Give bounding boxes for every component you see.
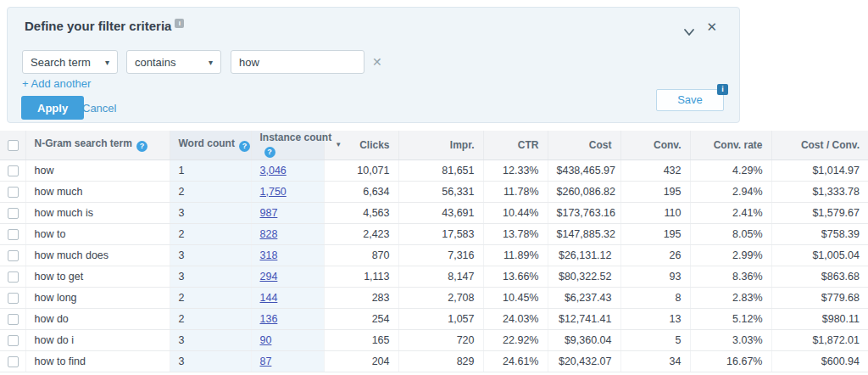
cell-conv: 34: [620, 350, 690, 372]
cell-value: how to find: [35, 355, 86, 367]
instance-count-link[interactable]: 3,046: [260, 165, 287, 176]
cell-value: $980.11: [822, 313, 860, 325]
cell-instance_count: 1,750: [251, 181, 324, 202]
cell-value: $1,333.78: [812, 186, 860, 198]
cell-cost: $12,741.41: [548, 308, 620, 329]
cell-value: 4.29%: [732, 165, 762, 176]
cell-impr: 43,691: [398, 202, 483, 223]
cell-value: $9,360.04: [565, 334, 612, 346]
cell-word_count: 3: [170, 266, 251, 287]
column-header-word_count[interactable]: Word count?: [170, 131, 251, 160]
close-icon[interactable]: ✕: [706, 20, 717, 35]
cell-clicks: 1,113: [324, 266, 398, 287]
instance-count-link[interactable]: 318: [260, 249, 278, 261]
row-checkbox[interactable]: [8, 250, 19, 261]
row-checkbox[interactable]: [8, 229, 19, 240]
cell-value: 7,316: [448, 249, 474, 261]
cancel-link[interactable]: Cancel: [82, 102, 116, 115]
cell-value: 24.03%: [503, 313, 538, 325]
apply-button[interactable]: Apply: [21, 96, 84, 120]
cell-value: 829: [457, 355, 475, 367]
column-label: Conv.: [654, 139, 681, 151]
cell-word_count: 2: [170, 223, 251, 244]
row-checkbox-cell: [0, 244, 25, 266]
cell-ctr: 13.78%: [483, 223, 548, 244]
instance-count-link[interactable]: 294: [260, 271, 278, 283]
cell-value: 81,651: [442, 165, 474, 176]
cell-cost_per_conv: $1,333.78: [771, 181, 868, 202]
column-label: Impr.: [450, 139, 475, 151]
instance-count-link[interactable]: 987: [260, 207, 278, 219]
cell-value: $26,131.12: [559, 249, 612, 261]
column-header-conv_rate[interactable]: Conv. rate: [690, 131, 771, 160]
row-checkbox[interactable]: [8, 271, 19, 283]
cell-value: $1,014.97: [812, 165, 860, 176]
instance-count-link[interactable]: 144: [260, 292, 278, 304]
column-label: CTR: [518, 139, 539, 151]
cell-value: $147,885.32: [557, 228, 616, 240]
cell-word_count: 3: [170, 329, 251, 350]
cell-value: 93: [670, 271, 682, 283]
instance-count-link[interactable]: 90: [260, 334, 272, 346]
cell-impr: 2,708: [398, 287, 483, 308]
field-select-value: Search term: [31, 56, 91, 69]
cell-cost_per_conv: $1,579.67: [771, 202, 868, 223]
column-header-term[interactable]: N-Gram search term?: [25, 131, 170, 160]
column-header-impr[interactable]: Impr.: [398, 131, 483, 160]
cell-term: how do i: [25, 329, 170, 350]
row-checkbox[interactable]: [8, 314, 19, 325]
info-icon[interactable]: i: [175, 19, 184, 28]
add-another-link[interactable]: + Add another: [22, 77, 91, 90]
cell-value: 195: [664, 186, 682, 198]
cell-value: 2.83%: [732, 292, 762, 304]
column-header-instance_count[interactable]: Instance count?▼: [251, 131, 324, 160]
select-all-checkbox[interactable]: [8, 140, 19, 151]
cell-ctr: 13.66%: [483, 266, 548, 287]
column-header-ctr[interactable]: CTR: [483, 131, 548, 160]
cell-value: 43,691: [442, 207, 474, 219]
help-icon[interactable]: ?: [264, 147, 275, 158]
column-header-conv[interactable]: Conv.: [620, 131, 690, 160]
row-checkbox[interactable]: [8, 293, 19, 304]
row-checkbox[interactable]: [8, 335, 19, 346]
row-checkbox-cell: [0, 160, 25, 181]
field-select[interactable]: Search term ▾: [22, 50, 118, 74]
select-all-cell: [0, 131, 25, 160]
cell-value: 2: [179, 228, 185, 240]
cell-value: 2,708: [448, 292, 474, 304]
row-checkbox-cell: [0, 266, 25, 287]
cell-ctr: 10.45%: [483, 287, 548, 308]
instance-count-link[interactable]: 1,750: [260, 186, 287, 198]
cell-ctr: 24.03%: [483, 308, 548, 329]
help-icon[interactable]: ?: [136, 141, 147, 152]
info-icon[interactable]: i: [717, 84, 728, 95]
cell-value: how to: [35, 228, 66, 240]
clear-filter-icon[interactable]: ✕: [372, 55, 382, 69]
row-checkbox[interactable]: [8, 187, 19, 198]
help-icon[interactable]: ?: [239, 141, 250, 152]
cell-instance_count: 144: [251, 287, 324, 308]
instance-count-link[interactable]: 87: [260, 355, 272, 367]
cell-conv_rate: 2.41%: [690, 202, 771, 223]
cell-value: $6,237.43: [565, 292, 612, 304]
row-checkbox-cell: [0, 329, 25, 350]
row-checkbox[interactable]: [8, 356, 19, 367]
cell-conv: 5: [620, 329, 690, 350]
cell-value: 2.99%: [732, 249, 762, 261]
row-checkbox[interactable]: [8, 165, 19, 176]
instance-count-link[interactable]: 136: [260, 313, 278, 325]
cell-conv_rate: 3.03%: [690, 329, 771, 350]
column-header-cost_per_conv[interactable]: Cost / Conv.: [771, 131, 868, 160]
cell-conv: 13: [620, 308, 690, 329]
cell-cost_per_conv: $600.94: [771, 350, 868, 372]
collapse-chevron-icon[interactable]: [683, 25, 695, 33]
row-checkbox[interactable]: [8, 208, 19, 219]
row-checkbox-cell: [0, 202, 25, 223]
cell-impr: 17,583: [398, 223, 483, 244]
cell-value: 870: [372, 249, 390, 261]
operator-select[interactable]: contains ▾: [126, 50, 221, 74]
column-header-cost[interactable]: Cost: [548, 131, 620, 160]
filter-value-input[interactable]: [231, 50, 364, 74]
save-button[interactable]: Save i: [656, 89, 724, 111]
instance-count-link[interactable]: 828: [260, 228, 278, 240]
